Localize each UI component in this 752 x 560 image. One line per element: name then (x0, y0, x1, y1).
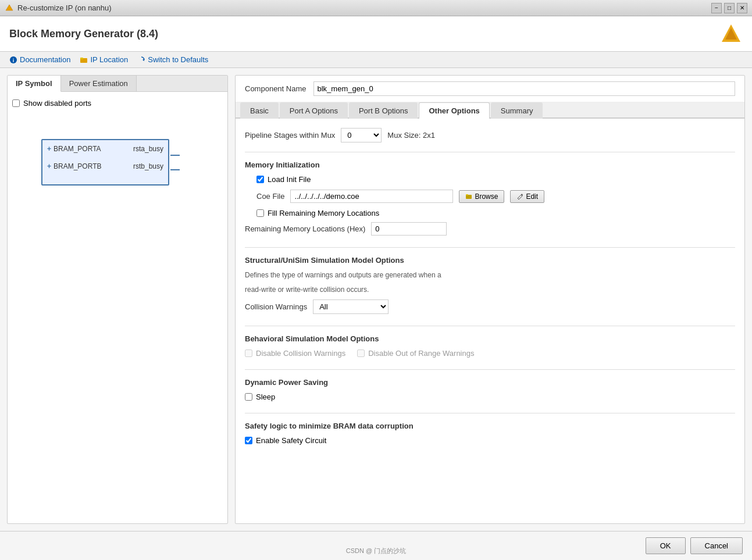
disable-collision-label: Disable Collision Warnings (245, 349, 345, 358)
divider-2 (245, 247, 735, 248)
tab-content-other-options: Pipeline Stages within Mux 0 1 2 Mux Siz… (236, 119, 744, 523)
toolbar: i Documentation IP Location Switch to De… (0, 52, 752, 68)
port-b-plus: + (47, 162, 51, 170)
title-bar-controls: − □ ✕ (711, 3, 747, 13)
tab-power-estimation[interactable]: Power Estimation (61, 76, 137, 91)
load-init-file-label: Load Init File (268, 175, 311, 184)
dynamic-power-section: Dynamic Power Saving Sleep (245, 378, 735, 401)
ip-location-label: IP Location (90, 55, 128, 64)
port-a-name: BRAM_PORTA (54, 145, 101, 153)
safety-logic-section: Safety logic to minimize BRAM data corru… (245, 422, 735, 445)
browse-button[interactable]: Browse (459, 190, 504, 203)
dialog-header: Block Memory Generator (8.4) (0, 16, 752, 52)
structural-unisim-title: Structural/UniSim Simulation Model Optio… (245, 256, 735, 265)
fill-remaining-checkbox[interactable] (256, 209, 264, 217)
ip-location-button[interactable]: IP Location (80, 55, 128, 64)
maximize-button[interactable]: □ (724, 3, 735, 13)
info-icon: i (9, 56, 17, 64)
load-init-file-checkbox[interactable] (256, 176, 264, 183)
component-name-label: Component Name (245, 84, 306, 93)
port-row-a: + BRAM_PORTA rsta_busy (42, 140, 168, 158)
edit-button[interactable]: Edit (510, 190, 544, 203)
behavioral-simulation-title: Behavioral Simulation Model Options (245, 334, 735, 343)
documentation-button[interactable]: i Documentation (9, 55, 70, 64)
switch-defaults-button[interactable]: Switch to Defaults (137, 55, 208, 64)
folder-icon (80, 56, 88, 64)
structural-unisim-section: Structural/UniSim Simulation Model Optio… (245, 256, 735, 314)
enable-safety-row: Enable Safety Circuit (245, 436, 735, 445)
pipeline-stages-label: Pipeline Stages within Mux (245, 131, 335, 140)
behavioral-options-row: Disable Collision Warnings Disable Out o… (245, 349, 735, 358)
divider-5 (245, 413, 735, 413)
tab-strip: Basic Port A Options Port B Options Othe… (236, 102, 744, 119)
coe-file-label: Coe File (256, 192, 284, 201)
pipeline-stages-row: Pipeline Stages within Mux 0 1 2 Mux Siz… (245, 128, 735, 142)
right-line-a (170, 155, 180, 156)
tab-basic[interactable]: Basic (240, 102, 279, 119)
cancel-button[interactable]: Cancel (690, 537, 743, 554)
content-area: IP Symbol Power Estimation Show disabled… (0, 68, 752, 531)
documentation-label: Documentation (20, 55, 70, 64)
browse-icon (465, 193, 472, 200)
disable-out-of-range-label: Disable Out of Range Warnings (357, 349, 474, 358)
refresh-icon (137, 56, 145, 64)
coe-file-row: Coe File Browse (245, 190, 735, 203)
tab-port-b-options[interactable]: Port B Options (349, 102, 418, 119)
mux-size-text: Mux Size: 2x1 (387, 131, 435, 140)
sleep-row: Sleep (245, 393, 735, 401)
minimize-button[interactable]: − (711, 3, 722, 13)
close-button[interactable]: ✕ (737, 3, 747, 13)
collision-warnings-select[interactable]: All Generate X None (313, 299, 389, 314)
port-a-plus: + (47, 145, 51, 153)
coe-file-input[interactable] (290, 190, 453, 203)
component-name-input[interactable] (313, 81, 736, 96)
ok-button[interactable]: OK (646, 537, 686, 554)
svg-marker-0 (6, 5, 13, 10)
dynamic-power-title: Dynamic Power Saving (245, 378, 735, 387)
right-line-b (170, 169, 180, 170)
dialog-footer: OK Cancel (0, 531, 752, 560)
dialog-title: Block Memory Generator (8.4) (9, 28, 158, 40)
divider-4 (245, 369, 735, 370)
memory-initialization-section: Memory Initialization Load Init File Coe… (245, 160, 735, 236)
structural-unisim-desc-2: read-write or write-write collision occu… (245, 285, 735, 295)
tab-summary[interactable]: Summary (491, 102, 543, 119)
show-disabled-ports-row: Show disabled ports (12, 97, 223, 110)
left-tabs: IP Symbol Power Estimation (8, 76, 227, 92)
tab-port-a-options[interactable]: Port A Options (280, 102, 348, 119)
collision-warnings-label: Collision Warnings (245, 302, 307, 311)
switch-defaults-label: Switch to Defaults (148, 55, 208, 64)
svg-rect-9 (466, 194, 468, 195)
disable-out-of-range-checkbox[interactable] (357, 349, 365, 357)
enable-safety-checkbox[interactable] (245, 437, 252, 444)
port-box: + BRAM_PORTA rsta_busy + BRAM_PORTB rstb… (41, 139, 169, 186)
pipeline-stages-select[interactable]: 0 1 2 (341, 128, 382, 142)
svg-text:i: i (13, 58, 15, 63)
fill-remaining-label: Fill Remaining Memory Locations (268, 209, 379, 217)
right-panel: Component Name Basic Port A Options Port… (235, 75, 745, 524)
sleep-checkbox[interactable] (245, 393, 252, 401)
app-icon (5, 3, 14, 13)
svg-marker-7 (142, 59, 144, 61)
show-disabled-ports-label: Show disabled ports (23, 99, 91, 108)
port-b-signal: rstb_busy (133, 162, 163, 170)
structural-unisim-desc-1: Defines the type of warnings and outputs… (245, 270, 735, 280)
edit-icon (516, 193, 523, 200)
svg-rect-6 (80, 58, 83, 59)
remaining-hex-input[interactable] (371, 222, 447, 236)
remaining-hex-label: Remaining Memory Locations (Hex) (245, 224, 365, 233)
fill-remaining-row: Fill Remaining Memory Locations (245, 209, 735, 217)
left-content: Show disabled ports + BRAM_PORT (8, 92, 227, 523)
disable-collision-checkbox[interactable] (245, 349, 252, 357)
load-init-file-row: Load Init File (245, 175, 735, 184)
enable-safety-label: Enable Safety Circuit (256, 436, 326, 445)
title-bar: Re-customize IP (on nanhu) − □ ✕ (0, 0, 752, 16)
title-bar-left: Re-customize IP (on nanhu) (5, 3, 112, 13)
divider-3 (245, 326, 735, 326)
left-panel: IP Symbol Power Estimation Show disabled… (7, 75, 228, 524)
show-disabled-ports-checkbox[interactable] (12, 99, 20, 107)
tab-other-options[interactable]: Other Options (419, 102, 489, 119)
tab-ip-symbol[interactable]: IP Symbol (8, 76, 61, 92)
port-row-b: + BRAM_PORTB rstb_busy (42, 158, 168, 175)
component-name-row: Component Name (236, 76, 744, 102)
